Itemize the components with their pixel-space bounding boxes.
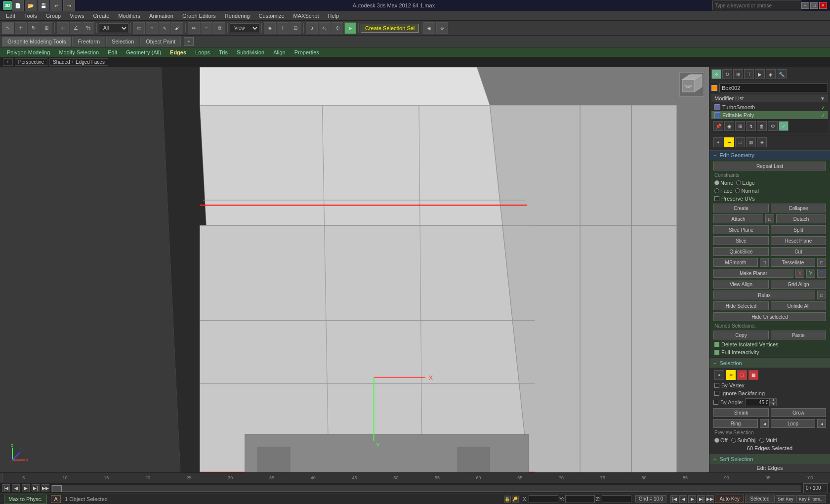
constraint-edge[interactable]: Edge: [736, 180, 755, 186]
menu-bar[interactable]: Edit Tools Group Views Create Modifiers …: [0, 11, 830, 21]
stack-show-btn[interactable]: ◉: [724, 121, 734, 131]
panel-icon-rotate[interactable]: ↻: [722, 69, 732, 79]
constraint-none[interactable]: None: [714, 180, 733, 186]
material-btn[interactable]: ◈: [264, 22, 276, 34]
subobject-icons[interactable]: ● ━ □ ▦ ◈: [709, 135, 830, 149]
panel-icon-hierarchy[interactable]: ⊤: [744, 69, 754, 79]
grow-btn[interactable]: Grow: [771, 408, 826, 417]
slice-reset-row[interactable]: Slice Reset Plane: [710, 235, 829, 246]
ref-btn[interactable]: ⊛: [436, 22, 448, 34]
sel-border-icon[interactable]: □: [737, 370, 747, 380]
hide-unsel-row[interactable]: Hide Unselected: [710, 311, 829, 322]
view-grid-align-row[interactable]: View Align Grid Align: [710, 279, 829, 290]
stack-pin-btn[interactable]: 📌: [713, 121, 723, 131]
graphite-bar[interactable]: Graphite Modeling Tools Freeform Selecti…: [0, 36, 830, 47]
angle-arrows[interactable]: ▲ ▼: [770, 398, 777, 406]
unhide-all-btn[interactable]: Unhide All: [771, 301, 826, 310]
attach-btn[interactable]: Attach: [713, 214, 763, 223]
msmooth-tessellate-row[interactable]: MSmooth □ Tessellate □: [710, 257, 829, 268]
ribbon-modify-selection[interactable]: Modify Selection: [55, 49, 103, 56]
angle-down[interactable]: ▼: [770, 402, 777, 406]
lock-icon[interactable]: 🔒: [504, 496, 511, 503]
border-icon[interactable]: □: [735, 137, 745, 147]
msmooth-btn[interactable]: MSmooth: [713, 258, 758, 267]
eg-toggle[interactable]: −: [713, 152, 716, 158]
maximize-btn[interactable]: □: [810, 2, 818, 9]
modifier-turbosmooth[interactable]: TurboSmooth ✓: [711, 103, 828, 111]
autokey-indicator[interactable]: A: [51, 495, 61, 503]
snap-btn[interactable]: ⊹: [57, 22, 69, 34]
circle-sel-btn[interactable]: ○: [146, 22, 158, 34]
ribbon-align[interactable]: Align: [269, 49, 289, 56]
viewport-compass[interactable]: TOP: [679, 72, 704, 97]
panel-icon-bar[interactable]: ✛ ↻ ⊞ ⊤ ▶ ◈ 🔧: [709, 67, 830, 82]
slice-btn[interactable]: Slice: [713, 236, 769, 245]
ring-btn[interactable]: Ring: [713, 419, 758, 428]
ribbon-edges[interactable]: Edges: [166, 49, 190, 56]
scale-btn[interactable]: ⊞: [41, 22, 52, 34]
make-planar-row[interactable]: Make Planar X Y Z: [710, 268, 829, 279]
constraint-normal[interactable]: Normal: [735, 188, 758, 194]
menu-modifiers[interactable]: Modifiers: [114, 12, 144, 20]
new-btn[interactable]: 📄: [12, 0, 24, 11]
copy-paste-row[interactable]: Copy Paste: [710, 330, 829, 340]
prev-multi[interactable]: Multi: [759, 437, 777, 443]
relax-sq-btn[interactable]: □: [817, 291, 826, 299]
vp-plus-btn[interactable]: +: [3, 58, 13, 66]
undo-btn[interactable]: ↩: [50, 0, 62, 11]
relax-btn[interactable]: Relax: [713, 291, 815, 299]
relax-row[interactable]: Relax □: [710, 290, 829, 300]
render-btn[interactable]: ▶: [344, 22, 356, 34]
frame-btn[interactable]: 4↓: [319, 22, 331, 34]
object-name-input[interactable]: [719, 84, 828, 92]
angle-spinner[interactable]: ▲ ▼: [745, 398, 777, 406]
key-icon[interactable]: 🔑: [512, 496, 519, 503]
split-btn[interactable]: Split: [771, 225, 826, 234]
maxtophysc-btn[interactable]: Max to Physc.: [4, 495, 47, 504]
hide-selected-btn[interactable]: Hide Selected: [713, 301, 769, 310]
layer-btn[interactable]: ⧉: [213, 22, 225, 34]
x-input[interactable]: [529, 495, 558, 503]
time-end-btn[interactable]: ▶▶: [42, 484, 49, 492]
open-btn[interactable]: 📂: [25, 0, 37, 11]
repeat-last-btn[interactable]: Repeat Last: [713, 162, 826, 170]
time-position-input[interactable]: [803, 483, 828, 493]
time-start-btn[interactable]: |◀: [2, 484, 10, 492]
reset-plane-btn[interactable]: Reset Plane: [771, 236, 826, 245]
menu-edit[interactable]: Edit: [2, 12, 19, 20]
repeat-last-row[interactable]: Repeat Last: [710, 161, 829, 171]
pb-prev[interactable]: ◀: [679, 495, 687, 503]
param-btn[interactable]: ⊡: [290, 22, 301, 34]
z-input[interactable]: [602, 495, 631, 503]
rotate-btn[interactable]: ↻: [28, 22, 40, 34]
playback-controls[interactable]: |◀ ◀ ▶ ▶| ▶▶ Auto Key Selected Set Key K…: [670, 495, 826, 503]
detach-btn[interactable]: Detach: [776, 214, 826, 223]
y-input[interactable]: [565, 495, 595, 503]
preserve-uvs-row[interactable]: Preserve UVs: [710, 195, 829, 203]
tessellate-btn[interactable]: Tessellate: [771, 258, 815, 267]
time-play-btn[interactable]: ▶: [22, 484, 30, 492]
ribbon-tris[interactable]: Tris: [215, 49, 232, 56]
time-next-btn[interactable]: ▶|: [32, 484, 40, 492]
view-align-btn[interactable]: View Align: [713, 280, 769, 289]
modeling-ribbon[interactable]: Polygon Modeling Modify Selection Edit G…: [0, 47, 830, 57]
ribbon-geometry-all[interactable]: Geometry (All): [122, 49, 165, 56]
hide-unselected-btn[interactable]: Hide Unselected: [713, 312, 826, 321]
sel-toggle[interactable]: −: [713, 360, 716, 366]
menu-tools[interactable]: Tools: [20, 12, 41, 20]
by-vertex-chk[interactable]: [714, 383, 719, 388]
menu-group[interactable]: Group: [42, 12, 65, 20]
poly-icon[interactable]: ▦: [746, 137, 756, 147]
edit-geometry-header[interactable]: − Edit Geometry: [709, 150, 830, 160]
prev-off[interactable]: Off: [714, 437, 727, 443]
selected-label[interactable]: Selected: [745, 495, 775, 503]
view-select[interactable]: View: [230, 23, 259, 33]
percent-snap-btn[interactable]: %: [83, 22, 94, 34]
make-planar-btn[interactable]: Make Planar: [713, 269, 793, 278]
ribbon-edit[interactable]: Edit: [104, 49, 121, 56]
ring-loop-row[interactable]: Ring ◂ Loop ◂: [710, 418, 829, 429]
panel-icon-utils[interactable]: 🔧: [777, 69, 787, 79]
z-btn[interactable]: Z: [817, 269, 826, 278]
menu-graph-editors[interactable]: Graph Editors: [178, 12, 220, 20]
stack-apply-btn[interactable]: ✓: [779, 121, 788, 131]
